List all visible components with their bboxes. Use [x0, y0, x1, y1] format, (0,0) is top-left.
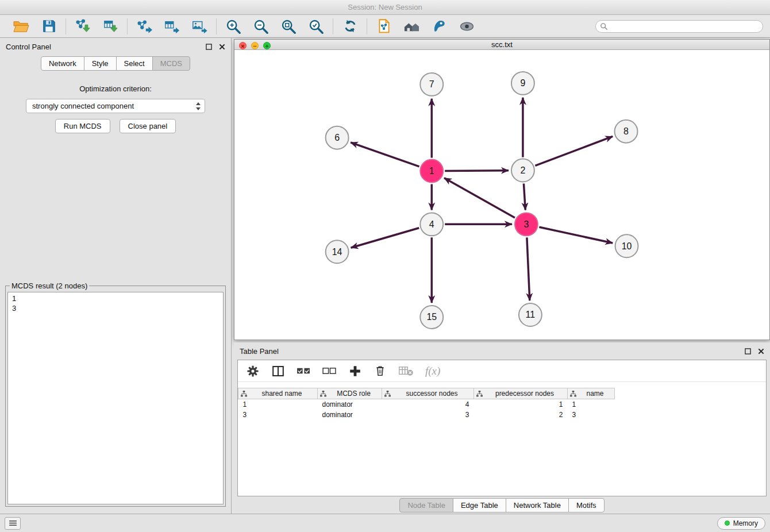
- graph-edge-3-11[interactable]: [527, 237, 530, 300]
- graph-node-4[interactable]: 4: [420, 213, 443, 236]
- mcds-result-list[interactable]: 13: [7, 292, 224, 504]
- graph-edge-3-10[interactable]: [539, 227, 613, 243]
- style-brush-button[interactable]: [430, 18, 448, 35]
- graph-edge-3-1[interactable]: [444, 178, 515, 218]
- graph-node-14[interactable]: 14: [326, 240, 349, 263]
- table-row[interactable]: 1dominator411: [238, 399, 615, 410]
- control-tab-style[interactable]: Style: [84, 56, 117, 71]
- control-panel-float-button[interactable]: [206, 44, 212, 50]
- network-canvas-area: 1234678910111415: [234, 50, 769, 340]
- graph-node-15[interactable]: 15: [420, 306, 443, 329]
- graph-node-11[interactable]: 11: [519, 303, 542, 326]
- zoom-selected-button[interactable]: [307, 18, 325, 35]
- mcds-result-title: MCDS result (2 nodes): [10, 282, 89, 290]
- graph-node-6[interactable]: 6: [326, 126, 349, 149]
- table-header-row: shared nameMCDS rolesuccessor nodesprede…: [238, 388, 615, 399]
- task-history-button[interactable]: [5, 517, 21, 530]
- table-panel-float-button[interactable]: [745, 348, 751, 354]
- export-image-button[interactable]: [190, 18, 209, 35]
- graph-node-3[interactable]: 3: [515, 213, 538, 236]
- column-label: predecessor nodes: [495, 390, 554, 398]
- search-input[interactable]: [595, 20, 763, 33]
- node-table: shared nameMCDS rolesuccessor nodesprede…: [238, 388, 615, 420]
- node-label: 11: [526, 310, 536, 320]
- column-label: name: [586, 390, 603, 398]
- table-panel-title: Table Panel: [240, 347, 279, 356]
- graph-node-8[interactable]: 8: [615, 120, 638, 143]
- minimize-glyph-icon: [252, 43, 258, 49]
- save-session-button[interactable]: [40, 18, 58, 35]
- zoom-out-button[interactable]: [252, 18, 270, 35]
- node-label: 9: [520, 78, 525, 88]
- window-close-button[interactable]: [239, 42, 247, 49]
- refresh-button[interactable]: [341, 18, 359, 35]
- add-column-button[interactable]: [348, 364, 362, 378]
- deselect-all-button[interactable]: [322, 365, 337, 376]
- zoom-fit-button[interactable]: [279, 18, 298, 35]
- control-tab-select[interactable]: Select: [116, 56, 153, 71]
- attribute-type-icon: [384, 391, 391, 397]
- criterion-dropdown-value: strongly connected component: [32, 102, 134, 110]
- network-graph[interactable]: 1234678910111415: [234, 50, 769, 340]
- table-panel-close-button[interactable]: [758, 348, 764, 354]
- node-label: 14: [332, 247, 342, 257]
- document-share-icon: [376, 18, 392, 34]
- main-area: Control Panel NetworkStyleSelectMCDS Opt…: [0, 38, 770, 514]
- run-mcds-button[interactable]: Run MCDS: [55, 119, 110, 133]
- column-header-mcds-role[interactable]: MCDS role: [318, 388, 382, 399]
- graph-node-9[interactable]: 9: [511, 72, 534, 95]
- graph-edge-1-6[interactable]: [351, 142, 419, 167]
- graph-node-2[interactable]: 2: [511, 159, 534, 182]
- open-folder-icon: [13, 19, 30, 34]
- control-panel-close-button[interactable]: [219, 44, 225, 50]
- table-tabs: Node TableEdge TableNetwork TableMotifs: [399, 498, 604, 512]
- table-tab-edge-table[interactable]: Edge Table: [453, 498, 506, 512]
- node-label: 6: [334, 133, 340, 142]
- export-document-button[interactable]: [375, 18, 393, 35]
- graph-node-7[interactable]: 7: [420, 73, 443, 96]
- column-header-name[interactable]: name: [568, 388, 615, 399]
- import-table-button[interactable]: [101, 18, 120, 35]
- graph-edge-4-14[interactable]: [351, 228, 419, 248]
- open-session-button[interactable]: [12, 18, 30, 35]
- criterion-dropdown[interactable]: strongly connected component: [26, 99, 205, 113]
- table-tab-motifs[interactable]: Motifs: [568, 498, 605, 512]
- control-tab-network[interactable]: Network: [41, 56, 84, 71]
- table-tab-network-table[interactable]: Network Table: [506, 498, 569, 512]
- cell-shared_name: 1: [238, 399, 318, 410]
- column-header-successor-nodes[interactable]: successor nodes: [382, 388, 474, 399]
- close-panel-button[interactable]: Close panel: [120, 119, 176, 133]
- graph-node-10[interactable]: 10: [615, 234, 638, 257]
- graph-node-1[interactable]: 1: [420, 160, 443, 183]
- table-row[interactable]: 3dominator323: [238, 410, 615, 420]
- mcds-result-line: 1: [12, 294, 219, 303]
- memory-button[interactable]: Memory: [717, 517, 765, 530]
- graph-edge-1-2[interactable]: [445, 171, 509, 171]
- column-header-shared-name[interactable]: shared name: [238, 388, 318, 399]
- graph-edge-2-8[interactable]: [535, 137, 613, 166]
- table-mode-gear-button[interactable]: [246, 364, 260, 378]
- table-panel: Table Panel: [234, 342, 770, 514]
- show-columns-button[interactable]: [271, 364, 285, 378]
- attribute-type-icon: [570, 391, 576, 397]
- export-network-button[interactable]: [135, 18, 153, 35]
- network-analyzer-button[interactable]: [402, 18, 421, 35]
- show-graphics-button[interactable]: [457, 18, 476, 35]
- select-all-button[interactable]: [297, 365, 311, 376]
- table-toolbar: f(x): [238, 360, 766, 382]
- window-minimize-button[interactable]: [251, 42, 259, 49]
- window-zoom-button[interactable]: [263, 42, 271, 49]
- control-tab-mcds[interactable]: MCDS: [152, 56, 190, 71]
- table-tab-node-table[interactable]: Node Table: [399, 498, 453, 512]
- function-builder-button[interactable]: f(x): [425, 365, 440, 377]
- export-table-button[interactable]: [163, 18, 181, 35]
- column-header-predecessor-nodes[interactable]: predecessor nodes: [474, 388, 568, 399]
- import-network-icon: [75, 18, 91, 34]
- import-network-button[interactable]: [74, 18, 92, 35]
- delete-table-button[interactable]: [398, 365, 414, 377]
- zoom-in-button[interactable]: [224, 18, 242, 35]
- node-label: 3: [523, 219, 529, 229]
- table-panel-header: Table Panel: [234, 342, 770, 360]
- delete-column-button[interactable]: [374, 364, 387, 377]
- graph-edge-2-3[interactable]: [523, 184, 525, 210]
